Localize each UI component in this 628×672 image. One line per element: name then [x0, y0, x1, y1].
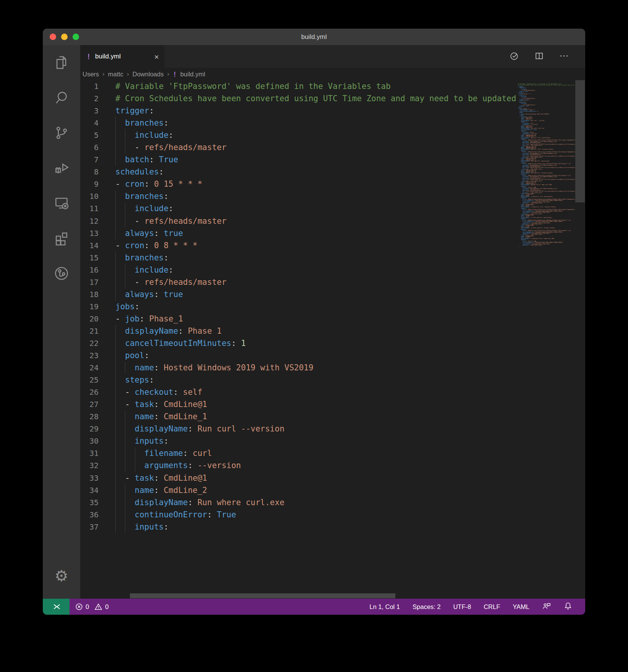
code-line[interactable]: 21 displayName: Phase 1 [80, 325, 517, 337]
code-line[interactable]: 7 batch: True [80, 153, 517, 166]
line-number[interactable]: 34 [80, 486, 99, 495]
status-encoding[interactable]: UTF-8 [453, 603, 471, 611]
code-line[interactable]: 24 name: Hosted Windows 2019 with VS2019 [80, 362, 517, 374]
status-language-mode[interactable]: YAML [513, 603, 529, 611]
code-line[interactable]: 28 name: CmdLine_1 [80, 410, 517, 423]
code-line[interactable]: 36 continueOnError: True [80, 509, 517, 521]
code-line[interactable]: 15 branches: [80, 252, 517, 264]
code-line[interactable]: 9- cron: 0 15 * * * [80, 178, 517, 190]
line-number[interactable]: 4 [80, 118, 99, 128]
bell-icon[interactable] [564, 602, 572, 612]
search-icon[interactable] [43, 80, 80, 115]
code-line[interactable]: 17 - refs/heads/master [80, 276, 517, 288]
line-number[interactable]: 16 [80, 265, 99, 275]
line-number[interactable]: 28 [80, 412, 99, 421]
minimize-window-button[interactable] [61, 34, 68, 40]
code-line[interactable]: 14- cron: 0 8 * * * [80, 239, 517, 252]
line-number[interactable]: 36 [80, 510, 99, 519]
line-number[interactable]: 5 [80, 131, 99, 140]
line-number[interactable]: 21 [80, 326, 99, 336]
line-number[interactable]: 9 [80, 179, 99, 189]
line-number[interactable]: 15 [80, 253, 99, 262]
code-line[interactable]: 6 - refs/heads/master [80, 141, 517, 153]
line-number[interactable]: 10 [80, 192, 99, 201]
line-number[interactable]: 3 [80, 106, 99, 115]
code-line[interactable]: 3trigger: [80, 105, 517, 117]
line-number[interactable]: 12 [80, 216, 99, 226]
close-window-button[interactable] [50, 34, 56, 40]
status-indentation[interactable]: Spaces: 2 [413, 603, 440, 611]
line-number[interactable]: 32 [80, 461, 99, 470]
code-line[interactable]: 37 inputs: [80, 521, 517, 533]
breadcrumb-file[interactable]: build.yml [180, 71, 205, 78]
code-line[interactable]: 12 - refs/heads/master [80, 215, 517, 227]
line-number[interactable]: 18 [80, 290, 99, 299]
code-line[interactable]: 35 displayName: Run where curl.exe [80, 496, 517, 509]
code-line[interactable]: 5 include: [80, 129, 517, 141]
code-line[interactable]: 13 always: true [80, 227, 517, 239]
code-line[interactable]: 10 branches: [80, 190, 517, 202]
code-line[interactable]: 8schedules: [80, 166, 517, 178]
line-number[interactable]: 37 [80, 522, 99, 531]
remote-explorer-icon[interactable] [43, 186, 80, 221]
code-line[interactable]: 20- job: Phase_1 [80, 313, 517, 325]
line-number[interactable]: 33 [80, 473, 99, 483]
code-line[interactable]: 33 - task: CmdLine@1 [80, 472, 517, 484]
code-line[interactable]: 25 steps: [80, 374, 517, 386]
code-line[interactable]: 18 always: true [80, 288, 517, 300]
status-eol[interactable]: CRLF [484, 603, 500, 611]
code-line[interactable]: 16 include: [80, 264, 517, 276]
code-line[interactable]: 4 branches: [80, 117, 517, 129]
line-number[interactable]: 23 [80, 351, 99, 360]
code-line[interactable]: 29 displayName: Run curl --version [80, 423, 517, 435]
code-line[interactable]: 22 cancelTimeoutInMinutes: 1 [80, 337, 517, 349]
tab-build-yml[interactable]: ! build.yml × [80, 45, 164, 68]
line-number[interactable]: 29 [80, 424, 99, 433]
line-number[interactable]: 22 [80, 339, 99, 348]
line-number[interactable]: 26 [80, 388, 99, 397]
zoom-window-button[interactable] [73, 34, 79, 40]
remote-indicator[interactable] [43, 599, 70, 615]
breadcrumb-item[interactable]: Users [83, 71, 99, 78]
problems-indicator[interactable]: 0 0 [70, 603, 108, 611]
source-control-icon[interactable] [43, 115, 80, 150]
line-number[interactable]: 1 [80, 82, 99, 91]
editor[interactable]: 1# Variable 'FtpPassword' was defined in… [80, 80, 585, 599]
more-actions-icon[interactable] [559, 51, 569, 63]
line-number[interactable]: 30 [80, 436, 99, 446]
extensions-icon[interactable] [43, 221, 80, 256]
line-number[interactable]: 35 [80, 498, 99, 507]
line-number[interactable]: 7 [80, 155, 99, 164]
code-area[interactable]: 1# Variable 'FtpPassword' was defined in… [80, 80, 517, 599]
line-number[interactable]: 17 [80, 278, 99, 287]
line-number[interactable]: 19 [80, 302, 99, 311]
line-number[interactable]: 8 [80, 167, 99, 176]
code-line[interactable]: 30 inputs: [80, 435, 517, 447]
code-line[interactable]: 26 - checkout: self [80, 386, 517, 398]
line-number[interactable]: 25 [80, 375, 99, 384]
vertical-scrollbar[interactable] [575, 80, 585, 202]
breadcrumb-item[interactable]: Downloads [133, 71, 164, 78]
breadcrumb-item[interactable]: mattc [108, 71, 123, 78]
code-line[interactable]: 2# Cron Schedules have been converted us… [80, 92, 517, 105]
check-circle-icon[interactable] [509, 51, 520, 63]
code-line[interactable]: 34 name: CmdLine_2 [80, 484, 517, 496]
explorer-icon[interactable] [43, 45, 80, 80]
close-tab-icon[interactable]: × [154, 53, 159, 61]
code-line[interactable]: 31 filename: curl [80, 447, 517, 459]
run-and-debug-icon[interactable] [43, 150, 80, 186]
code-line[interactable]: 1# Variable 'FtpPassword' was defined in… [80, 80, 517, 92]
split-editor-icon[interactable] [534, 51, 544, 63]
line-number[interactable]: 24 [80, 363, 99, 372]
line-number[interactable]: 13 [80, 229, 99, 238]
line-number[interactable]: 31 [80, 449, 99, 458]
feedback-icon[interactable] [542, 602, 551, 612]
minimap[interactable]: # Variable 'FtpPassword' was defined in … [517, 80, 575, 599]
git-graph-icon[interactable] [43, 256, 80, 291]
line-number[interactable]: 11 [80, 204, 99, 213]
code-line[interactable]: 23 pool: [80, 349, 517, 362]
horizontal-scrollbar[interactable] [130, 593, 395, 598]
settings-gear-icon[interactable]: ⚙ [43, 558, 80, 593]
line-number[interactable]: 27 [80, 400, 99, 409]
code-line[interactable]: 27 - task: CmdLine@1 [80, 398, 517, 410]
